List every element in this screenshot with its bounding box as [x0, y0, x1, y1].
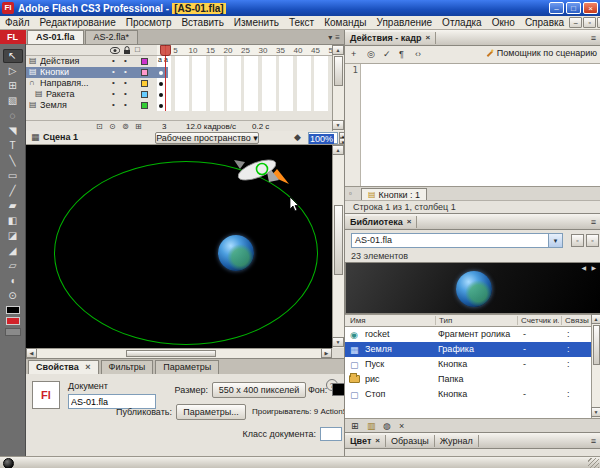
layer-frames[interactable]: [157, 78, 332, 89]
show-hide-layers-icon[interactable]: [110, 47, 120, 54]
chevron-down-icon[interactable]: ▾: [548, 234, 562, 247]
selection-tool[interactable]: ↖: [3, 49, 23, 63]
layer-frames[interactable]: a a: [157, 56, 332, 67]
library-item-folder[interactable]: рис Папка: [345, 372, 591, 387]
onion-skin-outline-icon[interactable]: ⊚: [122, 122, 129, 131]
script-assist-button[interactable]: Помощник по сценарию: [485, 48, 597, 58]
layer-outline-color[interactable]: [141, 69, 148, 76]
document-tab-as2[interactable]: AS-2.fla*: [85, 30, 139, 44]
layer-row-actions[interactable]: ▤ Действия • • a a: [26, 56, 332, 67]
layer-outline-color[interactable]: [141, 80, 148, 87]
library-panel-header[interactable]: Библиотека × ≡: [345, 214, 600, 230]
ink-bottle-tool[interactable]: ◧: [3, 214, 23, 228]
center-frame-icon[interactable]: ⊡: [96, 122, 103, 131]
tool-options[interactable]: [5, 328, 21, 336]
column-use-count[interactable]: Счетчик и...: [517, 316, 559, 325]
pin-library-icon[interactable]: ▫: [571, 234, 584, 247]
preview-resize-right-icon[interactable]: ▶: [591, 264, 596, 271]
eyedropper-tool[interactable]: ◢: [3, 244, 23, 258]
layer-outline-color[interactable]: [141, 58, 148, 65]
frame-rate[interactable]: 12.0 кадров/с: [186, 122, 236, 131]
panel-menu-icon[interactable]: ≡: [335, 33, 340, 42]
menu-commands[interactable]: Команды: [319, 16, 371, 29]
preview-resize-left-icon[interactable]: ◀: [581, 264, 586, 271]
close-icon[interactable]: ×: [85, 362, 90, 372]
outline-layers-icon[interactable]: □: [135, 45, 140, 54]
item-properties-icon[interactable]: ◍: [383, 421, 391, 431]
scroll-up-arrow[interactable]: ▲: [591, 314, 600, 324]
workspace-button[interactable]: Рабочее пространство ▾: [155, 132, 259, 144]
mdi-minimize-button[interactable]: –: [569, 17, 582, 28]
keyframe-dot[interactable]: [159, 104, 163, 108]
script-editor[interactable]: [361, 64, 600, 186]
layer-name[interactable]: Кнопки: [40, 67, 108, 77]
add-script-icon[interactable]: +: [351, 49, 356, 59]
actions-panel-header[interactable]: Действия - кадр × ≡: [345, 30, 600, 46]
timeline-ruler[interactable]: 5 10 15 20 25 30 35 40 45 50: [157, 45, 332, 56]
zoom-tool[interactable]: ⊙: [3, 289, 23, 303]
stage-horizontal-scrollbar[interactable]: ◀ ▶: [26, 348, 332, 358]
actions-panel-tab[interactable]: Действия - кадр ×: [345, 32, 436, 44]
menu-debug[interactable]: Отладка: [437, 16, 487, 29]
scrollbar-thumb[interactable]: [334, 56, 343, 86]
layer-lock-dot[interactable]: •: [124, 78, 127, 88]
scrollbar-thumb[interactable]: [334, 205, 343, 275]
library-item-rocket[interactable]: ◉ rocket Фрагмент ролика - :: [345, 327, 591, 342]
edit-symbols-icon[interactable]: ◆: [294, 132, 301, 142]
layer-row-rocket[interactable]: ▤ Ракета • •: [26, 89, 332, 100]
library-item-stop[interactable]: ▢ Стоп Кнопка - :: [345, 387, 591, 402]
size-button[interactable]: 550 x 400 пикселей: [212, 382, 306, 398]
color-panel-header[interactable]: Цвет × Образцы Журнал ≡: [345, 433, 600, 449]
paint-bucket-tool[interactable]: ◪: [3, 229, 23, 243]
menu-text[interactable]: Текст: [284, 16, 319, 29]
scrollbar-thumb[interactable]: [126, 350, 216, 357]
tab-history[interactable]: Журнал: [435, 435, 479, 447]
layer-visible-dot[interactable]: •: [112, 78, 115, 88]
earth-graphic[interactable]: [218, 235, 254, 271]
resize-grip[interactable]: [588, 458, 599, 468]
subselection-tool[interactable]: ▷: [3, 64, 23, 78]
maximize-button[interactable]: □: [566, 2, 581, 14]
rocket-sprite[interactable]: [231, 149, 295, 193]
menu-view[interactable]: Просмотр: [121, 16, 177, 29]
pin-script-icon[interactable]: ▫: [349, 189, 352, 198]
layer-visible-dot[interactable]: •: [112, 67, 115, 77]
scroll-up-arrow[interactable]: ▲: [332, 45, 344, 55]
menu-window[interactable]: Окно: [487, 16, 520, 29]
auto-format-icon[interactable]: ¶: [399, 49, 404, 59]
stage-canvas[interactable]: [26, 145, 332, 348]
playhead-marker[interactable]: [160, 45, 171, 56]
close-icon[interactable]: ×: [426, 33, 431, 42]
lasso-tool[interactable]: ◌: [3, 109, 23, 123]
rectangle-tool[interactable]: ▭: [3, 169, 23, 183]
layer-lock-dot[interactable]: •: [124, 56, 127, 66]
library-item-start[interactable]: ▢ Пуск Кнопка - :: [345, 357, 591, 372]
layer-outline-color[interactable]: [141, 91, 148, 98]
scroll-down-arrow[interactable]: ▼: [332, 337, 344, 347]
document-tab-as01[interactable]: AS-01.fla: [27, 30, 84, 44]
onion-skin-icon[interactable]: ⊙: [109, 122, 116, 131]
panel-menu-icon[interactable]: ≡: [591, 436, 600, 446]
keyframe-dot[interactable]: [159, 71, 163, 75]
zoom-input[interactable]: 100%: [308, 132, 338, 144]
close-icon[interactable]: ×: [375, 436, 380, 445]
menu-insert[interactable]: Вставить: [176, 16, 228, 29]
layer-frames[interactable]: [157, 67, 332, 78]
scroll-left-arrow[interactable]: ◀: [26, 348, 37, 358]
new-symbol-icon[interactable]: ⊞: [351, 421, 359, 431]
layer-row-buttons[interactable]: ▤ Кнопки • •: [26, 67, 332, 78]
code-hints-icon[interactable]: ‹›: [415, 49, 421, 59]
hand-tool[interactable]: ◖: [3, 274, 23, 288]
layer-frames[interactable]: [157, 100, 332, 111]
close-button[interactable]: ×: [583, 2, 598, 14]
scene-label[interactable]: Сцена 1: [43, 132, 78, 142]
stage-vertical-scrollbar[interactable]: ▲ ▼: [332, 145, 344, 348]
layer-row-guide[interactable]: ∩ Направля... • •: [26, 78, 332, 89]
layer-visible-dot[interactable]: •: [112, 89, 115, 99]
scroll-down-arrow[interactable]: ▼: [591, 407, 600, 417]
layer-visible-dot[interactable]: •: [112, 56, 115, 66]
layer-name[interactable]: Действия: [40, 56, 108, 66]
close-icon[interactable]: ×: [407, 217, 412, 226]
fill-color-swatch[interactable]: [6, 317, 20, 325]
column-name[interactable]: Имя: [347, 316, 433, 325]
